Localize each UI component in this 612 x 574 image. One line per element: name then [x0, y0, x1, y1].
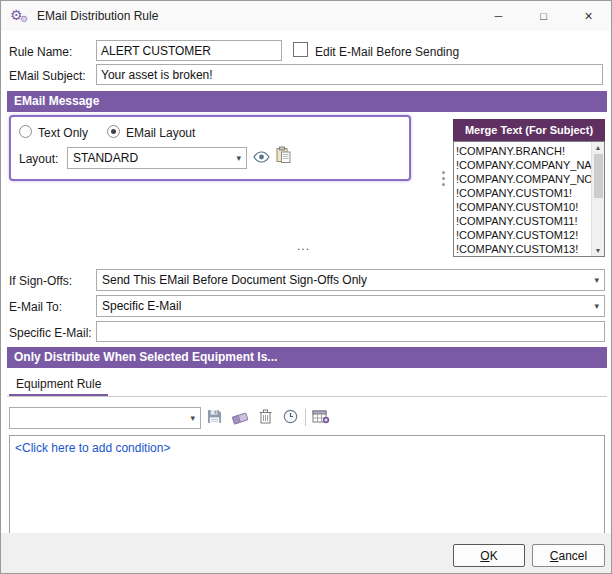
- layout-combobox-value: STANDARD: [73, 151, 138, 165]
- if-sign-offs-label: If Sign-Offs:: [9, 274, 72, 288]
- text-only-radio[interactable]: [19, 125, 32, 138]
- merge-item[interactable]: !COMPANY.CUSTOM1!: [456, 186, 591, 200]
- app-gear-icon: ⚙ ⚙: [10, 7, 30, 25]
- window-controls: ─ □ ×: [476, 1, 611, 31]
- specific-email-input[interactable]: [96, 321, 605, 342]
- splitter-handle[interactable]: [442, 171, 445, 186]
- paste-layout-icon[interactable]: [276, 146, 291, 164]
- merge-text-header: Merge Text (For Subject): [453, 119, 605, 141]
- add-condition-link[interactable]: <Click here to add condition>: [15, 441, 170, 455]
- scrollbar-thumb[interactable]: [594, 154, 603, 198]
- cancel-button[interactable]: Cancel: [532, 544, 605, 567]
- chevron-down-icon: ▾: [236, 153, 241, 163]
- layout-label: Layout:: [19, 152, 58, 166]
- minimize-button[interactable]: ─: [476, 1, 521, 31]
- cancel-label-rest: ancel: [558, 549, 587, 563]
- email-to-combobox[interactable]: Specific E-Mail ▾: [96, 295, 605, 317]
- close-button[interactable]: ×: [566, 1, 611, 31]
- rule-name-label: Rule Name:: [9, 45, 72, 59]
- email-distribution-rule-window: ⚙ ⚙ EMail Distribution Rule ─ □ × Rule N…: [0, 0, 612, 574]
- tab-separator: [7, 396, 607, 397]
- delete-trash-icon[interactable]: [259, 409, 272, 424]
- toolbar-separator: [305, 409, 306, 426]
- ok-accelerator: O: [480, 549, 489, 563]
- email-subject-input[interactable]: [96, 64, 603, 85]
- merge-item[interactable]: !COMPANY.COMPANY_NOTE: [456, 172, 591, 186]
- collapsed-splitter-ellipsis[interactable]: ...: [297, 239, 310, 253]
- if-sign-offs-combobox[interactable]: Send This EMail Before Document Sign-Off…: [96, 269, 605, 291]
- tab-equipment-rule[interactable]: Equipment Rule: [9, 373, 108, 396]
- scroll-down-icon[interactable]: ▼: [595, 245, 602, 256]
- merge-item[interactable]: !COMPANY.CUSTOM12!: [456, 228, 591, 242]
- email-subject-label: EMail Subject:: [9, 69, 86, 83]
- merge-text-items: !COMPANY.BRANCH! !COMPANY.COMPANY_NAME !…: [454, 142, 591, 256]
- text-only-label: Text Only: [38, 126, 88, 140]
- titlebar: ⚙ ⚙ EMail Distribution Rule ─ □ ×: [1, 1, 611, 31]
- chevron-down-icon: ▾: [594, 301, 599, 311]
- email-to-label: E-Mail To:: [9, 300, 62, 314]
- merge-item[interactable]: !COMPANY.COMPANY_NAME: [456, 158, 591, 172]
- history-clock-icon[interactable]: [283, 409, 298, 424]
- edit-email-before-sending-label: Edit E-Mail Before Sending: [315, 45, 459, 59]
- email-message-header: EMail Message: [7, 91, 607, 112]
- merge-item[interactable]: !COMPANY.BRANCH!: [456, 144, 591, 158]
- only-distribute-header: Only Distribute When Selected Equipment …: [7, 347, 607, 368]
- eraser-icon[interactable]: [232, 410, 249, 425]
- merge-item[interactable]: !COMPANY.CUSTOM13!: [456, 242, 591, 256]
- ok-label-rest: K: [490, 549, 498, 563]
- specific-email-label: Specific E-Mail:: [9, 326, 92, 340]
- equipment-filter-combobox[interactable]: ▾: [9, 407, 201, 429]
- edit-email-before-sending-checkbox[interactable]: [293, 42, 308, 57]
- chevron-down-icon: ▾: [594, 275, 599, 285]
- preview-eye-icon[interactable]: [253, 151, 270, 163]
- email-layout-label: EMail Layout: [126, 126, 195, 140]
- email-to-value: Specific E-Mail: [102, 299, 181, 313]
- window-title: EMail Distribution Rule: [37, 9, 158, 23]
- save-icon[interactable]: [207, 409, 222, 424]
- scroll-up-icon[interactable]: ▲: [595, 142, 602, 153]
- maximize-button[interactable]: □: [521, 1, 566, 31]
- condition-builder-icon[interactable]: [312, 409, 330, 424]
- ok-button[interactable]: OK: [453, 544, 525, 567]
- merge-list-scrollbar[interactable]: ▲ ▼: [591, 142, 604, 256]
- chevron-down-icon: ▾: [190, 413, 195, 423]
- gear-small-icon: ⚙: [20, 15, 28, 24]
- merge-item[interactable]: !COMPANY.CUSTOM10!: [456, 200, 591, 214]
- if-sign-offs-value: Send This EMail Before Document Sign-Off…: [102, 273, 367, 287]
- layout-combobox[interactable]: STANDARD ▾: [67, 147, 247, 169]
- merge-text-list: !COMPANY.BRANCH! !COMPANY.COMPANY_NAME !…: [453, 141, 605, 257]
- merge-item[interactable]: !COMPANY.CUSTOM11!: [456, 214, 591, 228]
- email-layout-radio[interactable]: [107, 125, 120, 138]
- rule-name-input[interactable]: [96, 40, 282, 61]
